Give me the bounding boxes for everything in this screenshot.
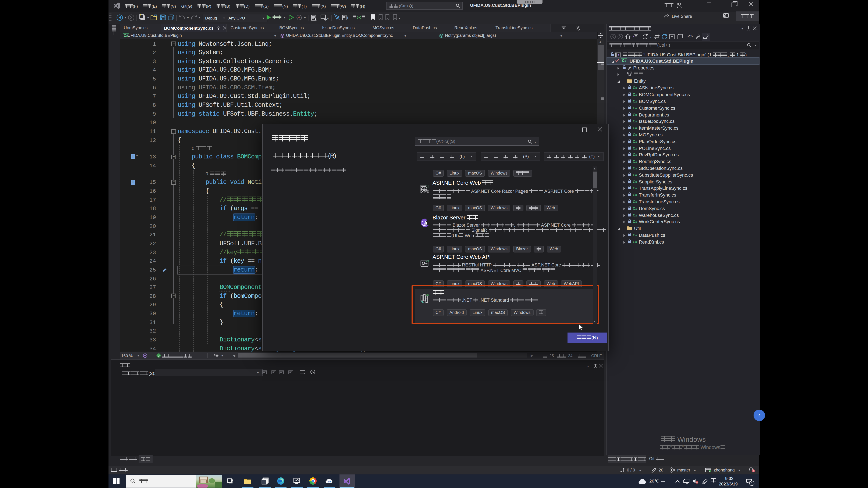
svg-text:C#: C# (426, 185, 429, 188)
svg-text:C#: C# (426, 294, 429, 296)
svg-text:VPN: VPN (328, 481, 331, 483)
svg-text:C#: C# (426, 259, 429, 262)
